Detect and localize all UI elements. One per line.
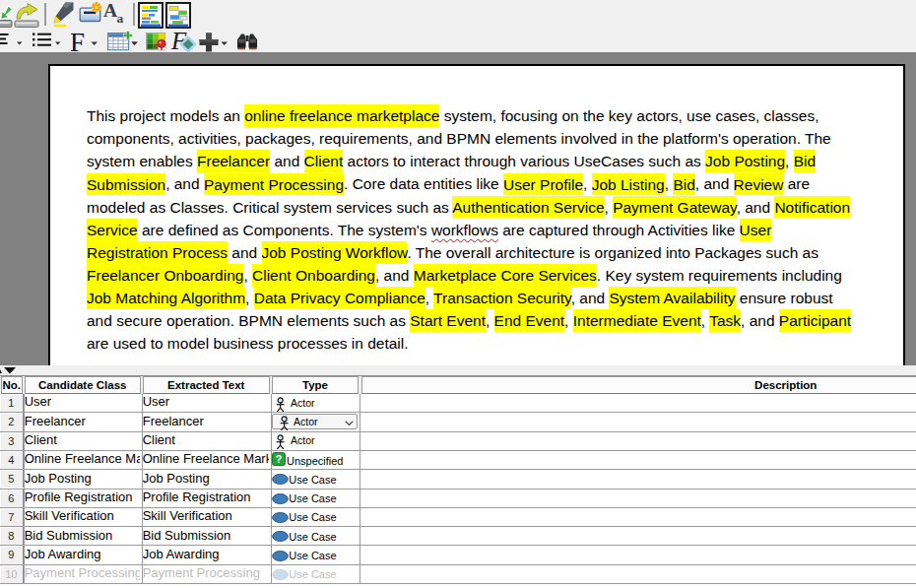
svg-text:?: ? (276, 453, 282, 465)
